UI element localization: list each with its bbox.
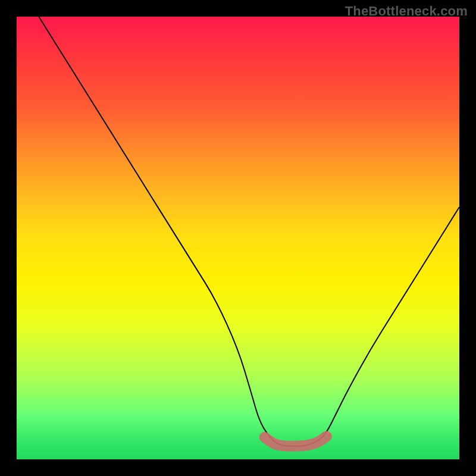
optimal-range-marker [265, 436, 327, 446]
curve-svg [17, 17, 459, 459]
watermark-text: TheBottleneck.com [345, 4, 468, 19]
bottleneck-curve [39, 17, 459, 446]
plot-area [17, 17, 459, 459]
chart-container: TheBottleneck.com [0, 0, 476, 476]
